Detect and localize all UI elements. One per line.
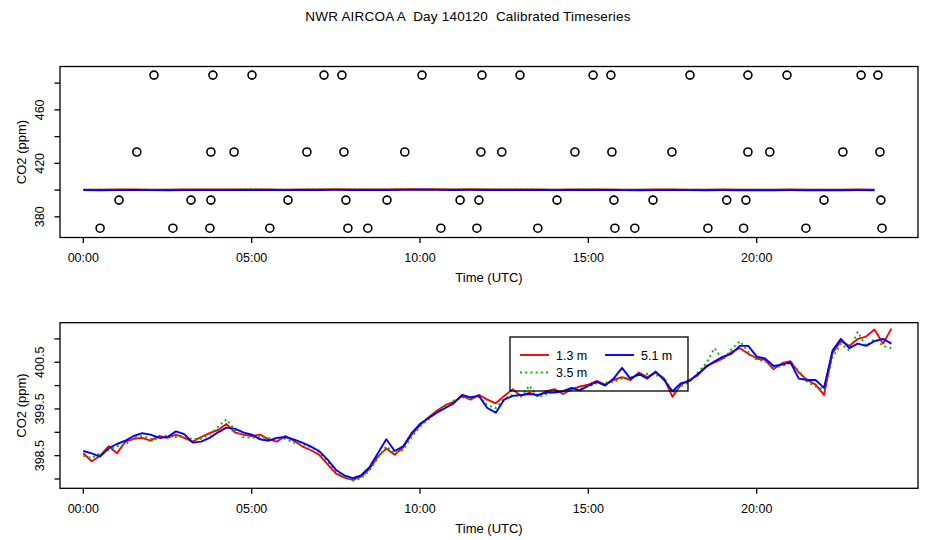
calibration-circle: [857, 71, 865, 79]
calibration-circle: [303, 148, 311, 156]
legend-label: 5.1 m: [641, 349, 672, 363]
calibration-circle: [96, 224, 104, 232]
legend-label: 3.5 m: [556, 366, 587, 380]
top-x-tick-label: 10:00: [404, 251, 435, 265]
calibration-circle: [534, 224, 542, 232]
calibration-circle: [344, 224, 352, 232]
calibration-circle: [187, 196, 195, 204]
calibration-circle: [478, 71, 486, 79]
top-x-axis-label: Time (UTC): [455, 270, 522, 285]
calibration-circle: [342, 196, 350, 204]
calibration-circle: [553, 196, 561, 204]
bottom-x-tick-label: 05:00: [236, 502, 267, 516]
top-x-tick-label: 15:00: [573, 251, 604, 265]
bottom-x-tick-label: 20:00: [741, 502, 772, 516]
bottom-series-line-green: [83, 332, 891, 481]
bottom-y-tick-label: 400.5: [33, 347, 47, 378]
calibration-circle: [742, 196, 750, 204]
calibration-circle: [473, 224, 481, 232]
calibration-circle: [740, 224, 748, 232]
calibration-circle: [437, 224, 445, 232]
calibration-circle: [820, 196, 828, 204]
top-y-axis-label: CO2 (ppm): [14, 120, 29, 184]
calibration-circle: [876, 148, 884, 156]
calibration-circle: [839, 148, 847, 156]
calibration-circle: [364, 224, 372, 232]
plot-canvas: NWR AIRCOA A Day 140120 Calibrated Times…: [0, 0, 936, 540]
calibration-circle: [206, 224, 214, 232]
calibration-circle: [571, 148, 579, 156]
calibration-circle: [744, 148, 752, 156]
calibration-circle: [169, 224, 177, 232]
calibration-circle: [668, 148, 676, 156]
calibration-circle: [456, 196, 464, 204]
bottom-x-axis-label: Time (UTC): [455, 521, 522, 536]
calibration-circle: [418, 71, 426, 79]
calibration-circle: [516, 71, 524, 79]
calibration-circle: [766, 148, 774, 156]
calibration-circle: [744, 71, 752, 79]
calibration-circle: [383, 196, 391, 204]
bottom-panel-box: [60, 323, 918, 489]
calibration-circle: [401, 148, 409, 156]
calibration-circle: [207, 196, 215, 204]
calibration-circle: [133, 148, 141, 156]
calibration-circle: [723, 196, 731, 204]
calibration-circle: [475, 196, 483, 204]
calibration-circle: [230, 148, 238, 156]
calibration-circle: [284, 196, 292, 204]
calibration-circle: [611, 224, 619, 232]
calibration-circle: [207, 148, 215, 156]
calibration-circle: [477, 148, 485, 156]
legend-label: 1.3 m: [556, 349, 587, 363]
calibration-circle: [498, 148, 506, 156]
calibration-circle: [589, 71, 597, 79]
calibration-circle: [631, 224, 639, 232]
bottom-series-line-blue: [83, 339, 891, 478]
calibration-circle: [610, 196, 618, 204]
top-x-tick-label: 05:00: [236, 251, 267, 265]
top-y-tick-label: 460: [33, 99, 47, 120]
top-y-tick-label: 380: [33, 206, 47, 227]
calibration-circle: [150, 71, 158, 79]
calibration-circle: [783, 71, 791, 79]
calibration-circle: [649, 196, 657, 204]
bottom-x-tick-label: 10:00: [404, 502, 435, 516]
calibration-circle: [686, 71, 694, 79]
bottom-x-tick-label: 15:00: [573, 502, 604, 516]
calibration-circle: [115, 196, 123, 204]
calibration-circle: [874, 71, 882, 79]
top-x-tick-label: 20:00: [741, 251, 772, 265]
calibration-circle: [878, 224, 886, 232]
bottom-x-tick-label: 00:00: [68, 502, 99, 516]
bottom-y-axis-label: CO2 (ppm): [14, 373, 29, 437]
calibration-circle: [607, 71, 615, 79]
calibration-circle: [320, 71, 328, 79]
calibration-circle: [248, 71, 256, 79]
top-y-tick-label: 420: [33, 153, 47, 174]
calibration-circle: [608, 148, 616, 156]
calibration-circle: [877, 196, 885, 204]
bottom-y-tick-label: 399.5: [33, 393, 47, 424]
calibration-circle: [209, 71, 217, 79]
plot-title: NWR AIRCOA A Day 140120 Calibrated Times…: [0, 9, 936, 24]
calibration-circle: [338, 71, 346, 79]
top-panel-box: [60, 67, 918, 238]
calibration-circle: [340, 148, 348, 156]
calibration-circle: [266, 224, 274, 232]
calibration-circle: [802, 224, 810, 232]
timeseries-chart-svg: 00:0005:0010:0015:0020:00Time (UTC)38042…: [0, 0, 936, 540]
calibration-circle: [704, 224, 712, 232]
top-x-tick-label: 00:00: [68, 251, 99, 265]
bottom-y-tick-label: 398.5: [33, 440, 47, 471]
